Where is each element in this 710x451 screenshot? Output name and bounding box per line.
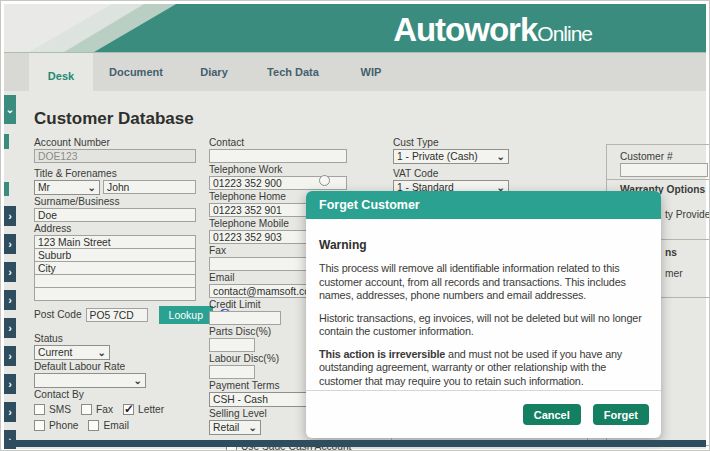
default-labour-rate-select[interactable]	[34, 373, 146, 388]
cust-type-label: Cust Type	[393, 137, 509, 149]
forget-button[interactable]: Forget	[593, 404, 649, 425]
chevron-down-icon	[98, 347, 106, 358]
selling-level-select[interactable]: Retail	[209, 420, 261, 435]
checkbox-phone[interactable]	[34, 420, 45, 431]
account-number-label: Account Number	[34, 137, 196, 149]
dialog-title: Forget Customer	[319, 198, 420, 212]
address-line-5-field[interactable]	[34, 287, 196, 301]
logo-primary-text: Autowork	[393, 11, 537, 49]
bottom-status-bar	[4, 440, 706, 447]
chevron-down-icon	[134, 375, 142, 386]
tab-document[interactable]: Document	[101, 53, 171, 91]
checkbox-fax[interactable]	[81, 404, 92, 415]
cust-type-select[interactable]: 1 - Private (Cash)	[393, 149, 509, 164]
post-code-label: Post Code	[34, 309, 82, 321]
address-line-3-field[interactable]	[34, 261, 196, 275]
address-line-4-field[interactable]	[34, 274, 196, 288]
surname-label: Surname/Business	[34, 196, 196, 208]
chevron-down-icon	[249, 422, 257, 433]
parts-disc-field[interactable]	[209, 338, 255, 352]
app-header: Autowork Online	[4, 4, 706, 53]
warning-heading: Warning	[319, 238, 648, 252]
chevron-down-icon	[88, 182, 96, 193]
tab-diary[interactable]: Diary	[186, 53, 242, 91]
surname-field[interactable]	[34, 208, 196, 222]
title-select[interactable]: Mr	[34, 180, 100, 195]
forget-customer-dialog: Forget Customer Warning This process wil…	[306, 191, 661, 438]
telephone-work-label: Telephone Work	[209, 164, 347, 176]
sidebar-expand-button chevron-right-icon[interactable]	[4, 290, 16, 310]
checkbox-letter[interactable]	[123, 404, 134, 415]
panel-divider	[607, 179, 710, 180]
labour-disc-field[interactable]	[209, 365, 255, 379]
dialog-header: Forget Customer	[306, 191, 661, 219]
autowork-online-logo: Autowork Online	[393, 11, 592, 49]
warranty-provider-label-fragment: ty Provider	[665, 209, 710, 220]
warning-paragraph-3: This action is irreversible and must not…	[319, 348, 648, 389]
default-labour-rate-label: Default Labour Rate	[34, 361, 196, 373]
contact-field[interactable]	[209, 149, 347, 163]
status-label: Status	[34, 333, 196, 345]
tab-wip[interactable]: WIP	[341, 53, 401, 91]
dialog-footer: Cancel Forget	[306, 390, 661, 438]
warning-paragraph-2: Historic transactions, eg invoices, will…	[319, 312, 648, 339]
checkbox-email[interactable]	[88, 420, 99, 431]
contact-label: Contact	[209, 137, 347, 149]
warning-paragraph-1: This process will remove all identifiabl…	[319, 262, 648, 303]
dialog-body: Warning This process will remove all ide…	[306, 219, 661, 388]
page-title: Customer Database	[34, 109, 194, 129]
contact-by-label: Contact By	[34, 389, 196, 401]
forget-customer-link-fragment: mer	[665, 268, 683, 279]
checkbox-sms[interactable]	[34, 404, 45, 415]
sidebar-expand-button chevron-right-icon[interactable]	[4, 262, 16, 282]
forename-field[interactable]	[103, 180, 196, 194]
customer-number-label: Customer #	[620, 151, 673, 163]
sidebar-expand-button chevron-right-icon[interactable]	[4, 402, 16, 422]
address-label: Address	[34, 223, 196, 235]
sidebar-stub-button[interactable]	[4, 134, 9, 149]
address-line-2-field[interactable]	[34, 248, 196, 262]
sidebar-collapse-button chevron-down-icon[interactable]	[4, 95, 16, 124]
tab-tech-data[interactable]: Tech Data	[256, 53, 330, 91]
sidebar-stub-button[interactable]	[4, 182, 9, 196]
title-forenames-label: Title & Forenames	[34, 168, 196, 180]
address-line-1-field[interactable]	[34, 235, 196, 249]
sidebar-expand-button chevron-right-icon[interactable]	[4, 234, 16, 254]
customer-number-field[interactable]	[620, 163, 708, 177]
telephone-work-radio[interactable]	[319, 175, 330, 186]
account-number-field	[34, 149, 196, 163]
post-code-field[interactable]	[86, 308, 148, 322]
sidebar-expand-button chevron-right-icon[interactable]	[4, 206, 16, 226]
options-heading-fragment: ns	[665, 247, 677, 258]
app-window: Autowork Online Desk Document Diary Tech…	[0, 0, 710, 451]
lookup-button[interactable]: Lookup	[159, 306, 213, 324]
sidebar-expand-button chevron-right-icon[interactable]	[4, 318, 16, 338]
cancel-button[interactable]: Cancel	[523, 404, 581, 425]
status-select[interactable]: Current	[34, 345, 110, 360]
chevron-down-icon	[497, 151, 505, 162]
logo-secondary-text: Online	[537, 22, 592, 46]
sidebar-expand-button chevron-right-icon[interactable]	[4, 346, 16, 366]
vat-code-label: VAT Code	[393, 168, 509, 180]
sidebar-expand-button chevron-right-icon[interactable]	[4, 374, 16, 394]
credit-limit-field[interactable]	[209, 311, 281, 325]
